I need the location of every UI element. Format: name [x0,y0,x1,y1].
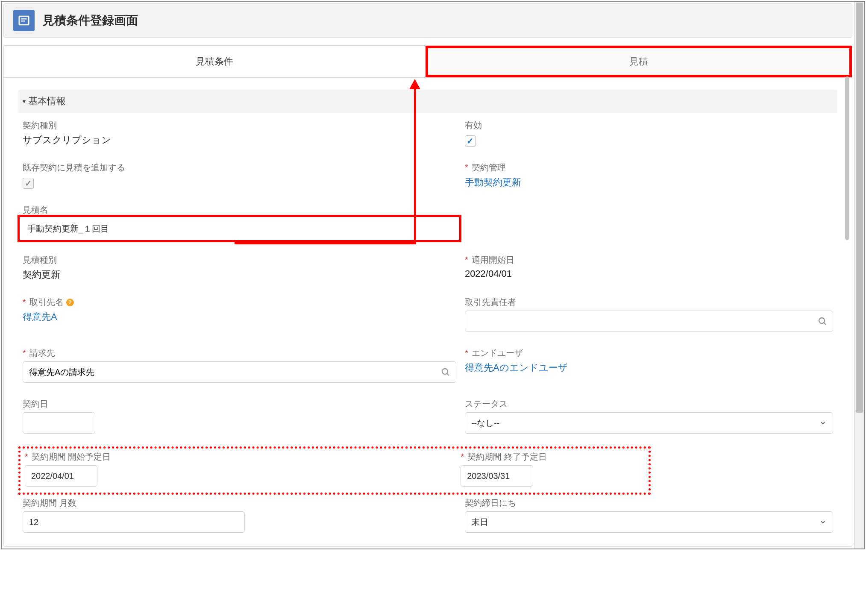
page-title: 見積条件登録画面 [42,12,138,29]
link-end-user[interactable]: 得意先Aのエンドユーザ [465,361,833,374]
label-period-end: *契約期間 終了予定日 [461,451,644,463]
select-closing-day[interactable]: 末日 [465,511,833,533]
tab-quote[interactable]: 見積 [426,46,852,77]
checkbox-valid[interactable]: ✓ [465,135,476,147]
highlight-quote-name [18,215,461,242]
main-panel: 見積条件 見積 基本情報 契約種別 サブスクリ [3,45,852,547]
search-icon [817,316,828,326]
link-account-name[interactable]: 得意先A [23,311,456,323]
section-basic-info[interactable]: 基本情報 [18,90,837,113]
lookup-bill-to[interactable] [23,361,456,383]
value-apply-start: 2022/04/01 [465,268,833,279]
select-status[interactable]: --なし-- [465,412,833,434]
input-bill-to[interactable] [23,362,440,382]
tabs: 見積条件 見積 [4,46,852,78]
inner-scrollbar[interactable] [844,76,850,543]
select-closing-day-value: 末日 [471,516,488,528]
input-contract-date[interactable] [23,412,95,434]
value-quote-type: 契約更新 [23,268,456,281]
label-period-months: 契約期間 月数 [23,497,456,509]
label-end-user: *エンドユーザ [465,347,833,359]
annotation-arrow [235,242,416,244]
label-contract-type: 契約種別 [23,120,456,131]
svg-line-4 [824,323,826,325]
input-quote-name[interactable] [25,220,454,237]
checkbox-add-existing[interactable]: ✓ [23,178,34,189]
inner-scrollbar-thumb[interactable] [845,76,849,240]
select-status-value: --なし-- [471,417,500,429]
label-closing-day: 契約締日にち [465,497,833,509]
outer-scrollbar[interactable] [854,2,864,549]
link-contract-mgmt[interactable]: 手動契約更新 [465,176,833,189]
svg-point-5 [442,369,448,374]
label-quote-type: 見積種別 [23,254,456,266]
input-period-months[interactable] [23,511,245,533]
lookup-account-owner[interactable] [465,311,833,332]
label-period-start: *契約期間 開始予定日 [25,451,452,463]
quote-icon [13,10,35,31]
label-account-name: *取引先名 ? [23,296,456,308]
input-account-owner[interactable] [465,311,817,331]
highlight-contract-period: *契約期間 開始予定日 *契約期間 終了予定日 [18,446,651,495]
annotation-arrow [414,88,416,244]
chevron-down-icon [819,419,827,427]
label-account-owner: 取引先責任者 [465,296,833,308]
label-contract-mgmt: *契約管理 [465,162,833,173]
label-bill-to: *請求先 [23,347,456,359]
input-period-end[interactable] [461,465,533,487]
help-icon[interactable]: ? [66,299,74,306]
outer-scrollbar-thumb[interactable] [856,3,863,413]
input-period-start[interactable] [25,465,97,487]
tab-quote-conditions[interactable]: 見積条件 [4,46,426,77]
label-valid: 有効 [465,120,833,131]
svg-point-3 [819,318,825,323]
label-quote-name: 見積名 [23,204,456,216]
page-header: 見積条件登録画面 [3,3,852,38]
value-contract-type: サブスクリプション [23,134,456,147]
annotation-arrow-head [409,79,420,89]
label-add-existing: 既存契約に見積を追加する [23,162,456,173]
svg-line-6 [447,373,449,375]
label-contract-date: 契約日 [23,398,456,410]
label-status: ステータス [465,398,833,410]
label-apply-start: *適用開始日 [465,254,833,266]
search-icon [440,367,451,377]
chevron-down-icon [819,518,827,526]
